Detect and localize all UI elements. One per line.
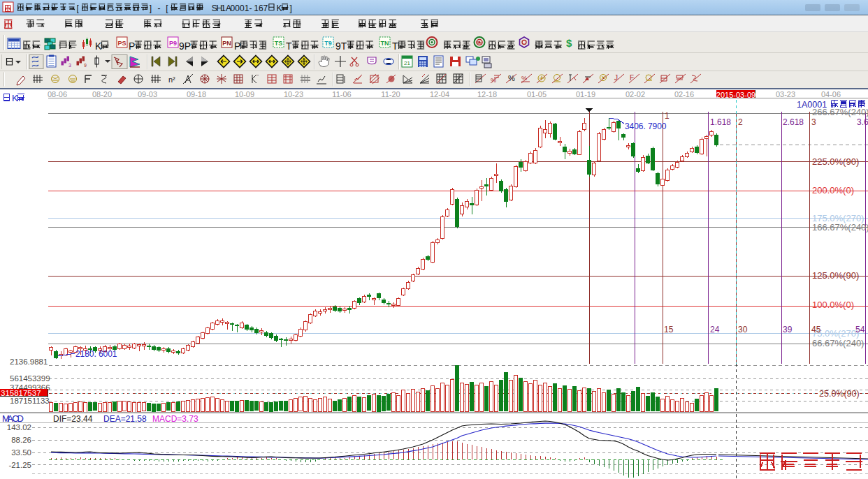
svg-text:.: .: [643, 121, 645, 131]
svg-text:39: 39: [783, 325, 793, 334]
svg-text:24: 24: [710, 325, 720, 334]
svg-text:K: K: [95, 40, 102, 52]
svg-text:-21.25: -21.25: [8, 461, 31, 469]
svg-text:1: 1: [665, 111, 670, 121]
svg-text:0: 0: [662, 121, 667, 131]
svg-text:TS: TS: [275, 40, 283, 47]
svg-text:200.0%(0): 200.0%(0): [812, 185, 854, 196]
svg-text:225.0%(90): 225.0%(90): [812, 156, 859, 167]
svg-text:%: %: [508, 74, 515, 82]
svg-text:K: K: [12, 93, 18, 103]
svg-text:11-20: 11-20: [381, 90, 400, 98]
svg-text:]: ]: [289, 3, 291, 13]
svg-text:K: K: [277, 3, 282, 13]
svg-text:04-06: 04-06: [821, 90, 841, 98]
svg-text:7: 7: [263, 3, 268, 13]
svg-text:15: 15: [664, 325, 674, 334]
svg-text:561453399: 561453399: [10, 374, 50, 383]
svg-text:3: 3: [811, 117, 816, 127]
svg-text:88.26: 88.26: [11, 436, 31, 444]
svg-text:2136.9881: 2136.9881: [10, 358, 48, 366]
svg-text:PS: PS: [117, 40, 126, 47]
svg-text:PN: PN: [222, 40, 231, 47]
svg-text:33.50: 33.50: [11, 448, 31, 457]
svg-text:09-03: 09-03: [138, 90, 157, 98]
svg-text:DEA=21.58: DEA=21.58: [103, 414, 147, 424]
svg-text:": ": [257, 74, 259, 78]
svg-text:F: F: [630, 74, 634, 82]
svg-text:1: 1: [113, 349, 117, 359]
svg-text:66.67%(240): 66.67%(240): [812, 338, 864, 348]
svg-text:[: [: [166, 3, 168, 13]
svg-text:45: 45: [811, 325, 821, 334]
svg-text:%: %: [491, 77, 496, 84]
svg-text:10-23: 10-23: [284, 90, 303, 98]
svg-text:12-04: 12-04: [430, 90, 449, 98]
svg-text:30: 30: [738, 325, 748, 334]
svg-text:09-18: 09-18: [187, 90, 206, 98]
svg-text:T: T: [286, 40, 292, 52]
svg-text:187151133: 187151133: [10, 397, 50, 405]
svg-text:01-19: 01-19: [576, 90, 595, 98]
svg-text:3.6: 3.6: [857, 117, 868, 127]
svg-text:DIF=23.44: DIF=23.44: [53, 414, 93, 424]
svg-text:100.0%(0): 100.0%(0): [812, 300, 854, 310]
svg-text:n²: n²: [168, 75, 175, 84]
svg-text:54: 54: [855, 325, 865, 334]
svg-text:315817537: 315817537: [1, 389, 41, 397]
svg-text:T: T: [341, 40, 347, 52]
svg-text:3: 3: [68, 63, 71, 68]
svg-text:]: ]: [150, 3, 152, 13]
svg-text:Big: Big: [477, 40, 483, 45]
svg-text:02-16: 02-16: [674, 90, 694, 98]
svg-text:11-06: 11-06: [332, 90, 351, 98]
svg-text:.: .: [94, 349, 96, 359]
svg-text:02-02: 02-02: [625, 90, 645, 98]
svg-text:08-20: 08-20: [92, 90, 112, 98]
svg-text:143.02: 143.02: [7, 423, 31, 432]
svg-text:T9: T9: [324, 40, 332, 47]
svg-text:25.0%(90): 25.0%(90): [819, 389, 860, 399]
svg-text:1A0001: 1A0001: [797, 100, 827, 110]
svg-text:2: 2: [738, 117, 743, 127]
svg-text:[: [: [76, 3, 79, 13]
svg-text:T: T: [392, 40, 398, 52]
svg-text:10-09: 10-09: [235, 90, 254, 98]
svg-text:12-18: 12-18: [477, 90, 497, 98]
svg-text:166.67%(240): 166.67%(240): [812, 222, 868, 233]
svg-text:MACD=3.73: MACD=3.73: [152, 414, 198, 424]
svg-text:08-06: 08-06: [48, 90, 67, 98]
svg-text:D: D: [17, 413, 24, 424]
svg-text:21: 21: [404, 60, 410, 66]
svg-text:2015-03-09: 2015-03-09: [716, 91, 755, 99]
svg-text:125.0%(90): 125.0%(90): [812, 270, 859, 281]
svg-text:TN: TN: [381, 40, 389, 47]
svg-text:P: P: [185, 40, 191, 52]
svg-text:03-23: 03-23: [776, 90, 795, 98]
svg-text:-: -: [158, 3, 161, 13]
svg-text:J: J: [614, 74, 618, 82]
svg-text:P: P: [234, 40, 240, 52]
svg-text:$: $: [566, 37, 572, 49]
svg-text:2.618: 2.618: [783, 117, 804, 127]
svg-text:1.618: 1.618: [710, 117, 731, 127]
svg-text:-: -: [249, 3, 252, 13]
svg-text:9: 9: [84, 63, 87, 68]
svg-text:P: P: [129, 40, 135, 52]
svg-text:01-05: 01-05: [527, 90, 547, 98]
svg-text:%: %: [521, 75, 527, 82]
svg-text:P9: P9: [169, 40, 177, 47]
